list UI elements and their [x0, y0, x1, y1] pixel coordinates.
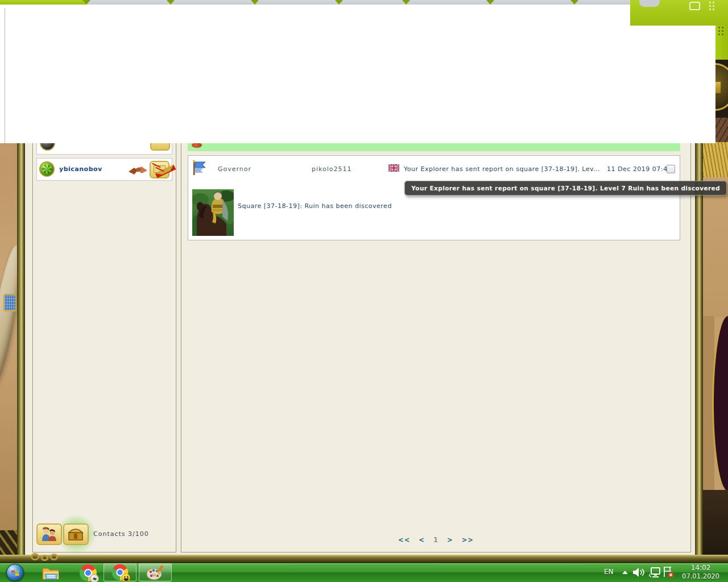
- tab-separator-arrow: [251, 0, 259, 5]
- browser-menu-icon[interactable]: [709, 2, 715, 11]
- tab-separator-arrow: [402, 0, 410, 5]
- smiley-badge-icon: [122, 573, 130, 582]
- gold-ring-decoration: [50, 554, 58, 560]
- contacts-count-label: Contacts 3/100: [93, 530, 149, 538]
- game-background-right: [703, 177, 728, 317]
- page-prev-button[interactable]: <: [419, 536, 425, 544]
- browser-tab-strip: [0, 0, 728, 5]
- message-icon-fragment: [192, 143, 202, 148]
- grass-decoration: [703, 142, 728, 177]
- page-current[interactable]: 1: [433, 536, 439, 544]
- speaker-icon[interactable]: [632, 567, 645, 577]
- tab-separator-arrow: [167, 0, 175, 5]
- contacts-panel: [32, 140, 176, 552]
- hidden-icons-chevron[interactable]: [622, 571, 628, 574]
- screen: ybicanobov Contacts 3/100: [0, 0, 728, 582]
- pagination: << < 1 > >>: [181, 536, 691, 544]
- mail-contact-button[interactable]: [150, 161, 169, 178]
- uk-flag-icon: [388, 164, 399, 172]
- message-subject[interactable]: Your Explorer has sent report on square …: [404, 165, 600, 173]
- clock-time[interactable]: 14:02: [680, 564, 721, 572]
- report-flag-icon: [192, 160, 206, 176]
- maximize-button[interactable]: [689, 2, 700, 10]
- message-detail-box: Governor pikolo2511 Your Explorer has se…: [188, 155, 680, 240]
- contacts-list-button[interactable]: [36, 523, 62, 545]
- sender-name[interactable]: pikolo2511: [312, 165, 352, 173]
- action-center-flag-icon[interactable]: [662, 566, 675, 579]
- chrome-badge-icon: [90, 574, 99, 582]
- chest-icon: [67, 527, 84, 542]
- people-icon: [40, 526, 58, 542]
- browser-tab-active[interactable]: [0, 0, 86, 5]
- handshake-icon: [129, 164, 147, 176]
- paint-window-button[interactable]: [139, 563, 172, 581]
- paint-icon: [146, 564, 165, 581]
- new-tab-button[interactable]: [639, 0, 660, 7]
- contact-name[interactable]: ybicanobov: [59, 165, 102, 173]
- tab-separator-arrow: [82, 0, 90, 5]
- network-icon[interactable]: [648, 567, 662, 578]
- overlay-edge-line: [5, 8, 5, 143]
- minimap-button[interactable]: [3, 294, 16, 311]
- contact-status-icon-online: [39, 161, 55, 177]
- sender-title: Governor: [218, 165, 251, 173]
- chrome-icon: [112, 564, 129, 581]
- message-preview-text: Square [37-18-19]: Ruin has been discove…: [238, 202, 392, 210]
- message-date: 11 Dec 2019 07:46: [607, 165, 672, 173]
- message-checkbox[interactable]: [667, 165, 675, 173]
- page-next-button[interactable]: >: [447, 536, 453, 544]
- tab-separator-arrow: [335, 0, 343, 5]
- language-indicator[interactable]: EN: [604, 568, 614, 576]
- scrollbar-dots: [718, 27, 724, 36]
- game-background-right: [703, 490, 728, 563]
- explorer-icon[interactable]: [42, 566, 60, 580]
- page-last-button[interactable]: >>: [462, 536, 474, 544]
- clock-date[interactable]: 07.01.2020: [680, 572, 721, 580]
- blank-dialog-overlay: [0, 5, 715, 143]
- windows-logo-icon: [10, 568, 20, 577]
- envelope-icon: [154, 165, 166, 173]
- page-first-button[interactable]: <<: [398, 536, 410, 544]
- chrome-window-button[interactable]: [104, 563, 136, 581]
- gold-ring-decoration: [31, 553, 39, 560]
- start-button[interactable]: [6, 564, 24, 581]
- tab-separator-arrow: [486, 0, 494, 5]
- explorer-portrait[interactable]: [192, 189, 234, 236]
- contact-requests-button[interactable]: [63, 523, 89, 545]
- gold-ring-decoration: [41, 555, 48, 561]
- game-frame-bottom: [0, 555, 728, 563]
- tab-separator-arrow: [570, 0, 578, 5]
- chrome-icon[interactable]: [80, 564, 97, 581]
- contact-row[interactable]: ybicanobov: [36, 158, 172, 181]
- round-frame-fragment: [712, 316, 728, 491]
- tooltip: Your Explorer has sent report on square …: [404, 181, 727, 196]
